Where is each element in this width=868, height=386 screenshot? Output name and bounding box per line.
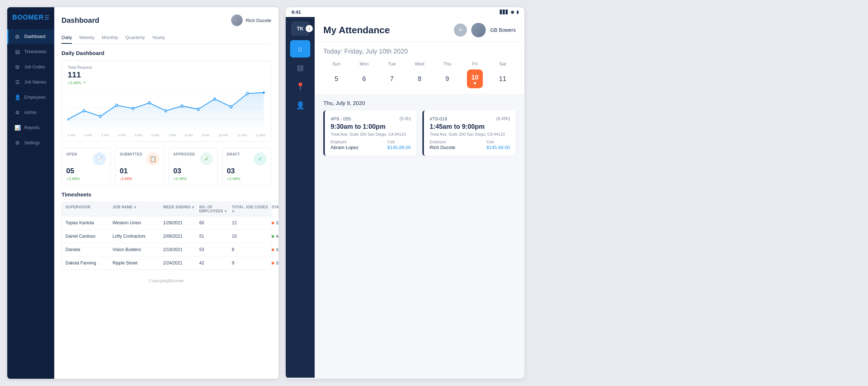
day-number[interactable]: 8 bbox=[412, 69, 427, 88]
table-row: Daniela Vision Builders 2/19/2021 53 8 S… bbox=[62, 243, 271, 256]
mobile-logo-text: TK bbox=[297, 26, 304, 31]
stat-change: +3.48% bbox=[66, 177, 106, 181]
day-number[interactable]: 6 bbox=[356, 69, 372, 88]
stat-value: 05 bbox=[66, 167, 106, 175]
stat-label: Draft bbox=[227, 152, 240, 156]
chart-container: Total Request 111 +3.48% ↗ bbox=[61, 60, 271, 142]
add-button[interactable]: + bbox=[454, 24, 467, 37]
cost-value: $145,89.00 bbox=[486, 145, 510, 150]
sidebar-item-dashboard[interactable]: ⊙ Dashboard bbox=[7, 29, 54, 44]
stat-icon-draft: ✓ bbox=[254, 152, 267, 165]
att-time: 9:30am to 1:00pm bbox=[331, 123, 411, 131]
stat-value: 01 bbox=[120, 167, 159, 175]
day-number-today[interactable]: 10 bbox=[467, 69, 483, 88]
table-row: Dakota Fanning Ripple Street 2/24/2021 4… bbox=[62, 256, 271, 270]
day-name: Wed bbox=[415, 61, 425, 67]
cell-jobname: Lofty Contractors bbox=[112, 234, 163, 239]
mobile-nav-location[interactable]: 📍 bbox=[290, 78, 310, 95]
employee-value: Abram Lopez bbox=[331, 145, 358, 150]
sidebar-item-label: Reports bbox=[24, 125, 39, 130]
timesheets-icon: ▤ bbox=[14, 49, 21, 55]
sidebar-item-reports[interactable]: 📊 Reports bbox=[7, 120, 54, 135]
cell-supervisor: Daniela bbox=[65, 247, 112, 252]
cell-jobname: Western Union bbox=[112, 220, 163, 225]
tab-weekly[interactable]: Weekly bbox=[79, 32, 94, 44]
mobile-body: TK › ⌂ ▤ 📍 👤 My Attendance + bbox=[286, 17, 524, 378]
cost-value: $145,89.00 bbox=[387, 145, 411, 150]
timesheets-title: Timesheets bbox=[61, 191, 271, 198]
col-supervisor: SUPERVISOR bbox=[65, 205, 112, 213]
sidebar-item-label: Dashboard bbox=[24, 34, 46, 39]
cell-supervisor: Topias Kantola bbox=[65, 220, 112, 225]
admin-icon: ⚙ bbox=[14, 110, 21, 115]
sidebar-item-settings[interactable]: ⚙ Settings bbox=[7, 136, 54, 150]
day-number[interactable]: 11 bbox=[495, 69, 511, 88]
tab-yearly[interactable]: Yearly bbox=[152, 32, 165, 44]
sidebar-item-jobnames[interactable]: ☰ Job Names bbox=[7, 75, 54, 89]
copyright: Copyright@Boomer bbox=[61, 276, 271, 286]
hamburger-icon[interactable]: ☰ bbox=[44, 14, 49, 21]
day-number[interactable]: 9 bbox=[439, 69, 455, 88]
tab-daily[interactable]: Daily bbox=[61, 32, 72, 44]
col-weekending: WEEK ENDING ∨ bbox=[163, 205, 199, 213]
table-row: Topias Kantola Western Union 1/29/2021 6… bbox=[62, 216, 271, 230]
user-info: Rich Ducote bbox=[231, 14, 271, 26]
stat-icon-approved: ✓ bbox=[200, 152, 213, 165]
stat-change: +3.48% bbox=[227, 177, 267, 181]
svg-point-11 bbox=[197, 108, 200, 111]
mobile-logo: TK › bbox=[291, 21, 309, 36]
cell-status: Submitted bbox=[272, 221, 278, 225]
sidebar-item-admin[interactable]: ⚙ Admin bbox=[7, 105, 54, 120]
day-sunday: Sun 5 bbox=[323, 61, 350, 88]
day-number[interactable]: 5 bbox=[328, 69, 344, 88]
status-time: 9:41 bbox=[292, 9, 301, 15]
col-employees: NO. OF EMPLOYEES ∨ bbox=[199, 205, 232, 213]
svg-point-6 bbox=[116, 104, 118, 107]
cost-label: Cost bbox=[486, 140, 510, 144]
cell-jobcodes: 9 bbox=[232, 260, 272, 266]
stat-label: SUBMITTED bbox=[120, 152, 142, 156]
mobile-avatar bbox=[471, 23, 486, 37]
stat-card-approved: APPROVED ✓ 03 +3.48% bbox=[169, 148, 218, 186]
cell-employees: 42 bbox=[199, 260, 232, 266]
cell-jobname: Vision Builders bbox=[112, 247, 163, 252]
sidebar-logo-area: BOOMER ☰ bbox=[7, 7, 54, 26]
stat-value: 03 bbox=[173, 167, 213, 175]
tab-quarterly[interactable]: Quarterly bbox=[125, 32, 145, 44]
sidebar-item-timesheets[interactable]: ▤ Timesheets bbox=[7, 44, 54, 59]
status-text: Submitted bbox=[276, 247, 278, 252]
cell-status: Submitted bbox=[272, 247, 278, 252]
status-text: Submitted bbox=[276, 221, 278, 225]
att-id: #T9-018 bbox=[430, 116, 447, 122]
col-jobname: JOB NAME ∨ bbox=[112, 205, 163, 213]
svg-point-15 bbox=[263, 92, 265, 94]
cell-employees: 53 bbox=[199, 247, 232, 252]
cell-weekending: 2/19/2021 bbox=[163, 247, 199, 252]
mobile-status-bar: 9:41 ▋▋▋ ◉ ▮ bbox=[286, 7, 524, 17]
main-content: Dashboard Rich Ducote Daily Weekly Month… bbox=[54, 7, 278, 379]
mobile-nav-home[interactable]: ⌂ bbox=[290, 40, 310, 58]
att-location: Treat Ave, Suite 200 San Diego, CA 94110 bbox=[430, 132, 510, 136]
table-row: Daniel Cardoso Lofty Contractors 2/09/20… bbox=[62, 230, 271, 243]
stat-icon-open: 📄 bbox=[93, 152, 106, 165]
sidebar-item-label: Employees bbox=[24, 95, 46, 100]
day-friday: Fri 10 bbox=[462, 61, 488, 88]
svg-point-10 bbox=[181, 105, 183, 107]
attendance-card-2: #T9-018 (8.45h) 1:45am to 9:00pm Treat A… bbox=[422, 110, 516, 156]
mobile-sidebar: TK › ⌂ ▤ 📍 👤 bbox=[286, 17, 315, 378]
day-number[interactable]: 7 bbox=[384, 69, 400, 88]
sidebar-item-employees[interactable]: 👤 Employees bbox=[7, 90, 54, 105]
mobile-nav-sheets[interactable]: ▤ bbox=[290, 59, 310, 76]
expand-button[interactable]: › bbox=[306, 25, 313, 32]
cell-jobcodes: 10 bbox=[232, 234, 272, 239]
sidebar-item-jobcodes[interactable]: ⊞ Job Codes bbox=[7, 60, 54, 74]
att-cost-detail: Cost $145,89.00 bbox=[486, 140, 510, 150]
tab-monthly[interactable]: Monthly bbox=[102, 32, 118, 44]
cell-supervisor: Daniel Cardoso bbox=[65, 234, 112, 239]
svg-point-5 bbox=[99, 115, 102, 118]
sidebar: BOOMER ☰ ⊙ Dashboard ▤ Timesheets ⊞ Job … bbox=[7, 7, 54, 379]
avatar-image bbox=[231, 14, 243, 26]
mobile-header: My Attendance + GB Bowers bbox=[315, 17, 524, 42]
mobile-nav-person[interactable]: 👤 bbox=[290, 97, 310, 114]
chart-svg bbox=[68, 88, 265, 131]
